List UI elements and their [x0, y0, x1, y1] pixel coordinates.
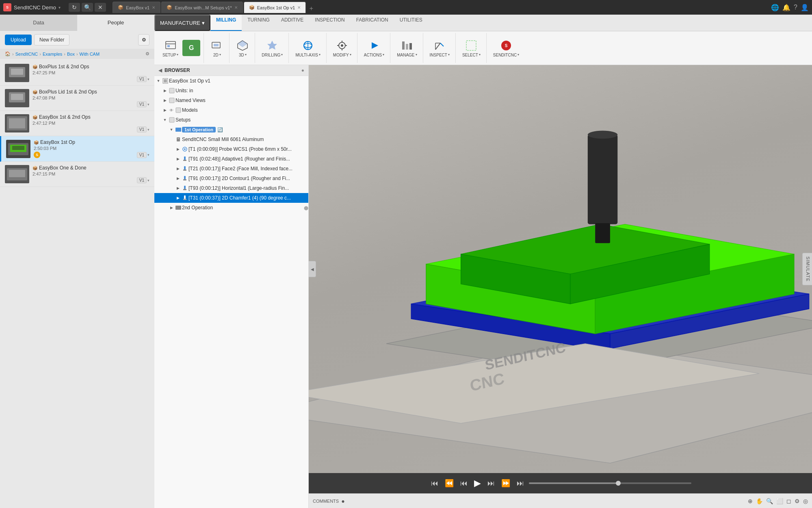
tab-close-2[interactable]: ✕ [234, 5, 238, 10]
inspect-button[interactable]: INSPECT ▾ [427, 37, 452, 59]
list-item[interactable]: 📦 BoxPlus 1st & 2nd Ops 2:47:25 PM V1 ▾ [0, 61, 154, 86]
manufacture-button[interactable]: MANUFACTURE ▾ [154, 15, 210, 31]
tree-tool5[interactable]: ▶ [T93 (0:00:12)] Horizontal1 (Large-rad… [154, 183, 308, 193]
playback-slider[interactable] [529, 482, 691, 484]
list-item[interactable]: 📦 EasyBox 1st & 2nd Ops 2:47:12 PM V1 ▾ [0, 111, 154, 136]
add-tab-button[interactable]: + [307, 4, 316, 13]
orbit-icon[interactable]: ⊕ [748, 498, 753, 504]
playback-thumb[interactable] [616, 481, 621, 486]
expand-icon[interactable]: ▶ [162, 98, 168, 102]
modify-button[interactable]: MODIFY ▾ [331, 37, 354, 59]
expand-icon[interactable]: ▶ [175, 196, 181, 200]
expand-icon[interactable]: ▼ [162, 118, 168, 122]
ribbon-tab-additive[interactable]: ADDITIVE [275, 15, 309, 31]
list-item[interactable]: 📦 EasyBox 1st Op 2:50:03 PM S V1 ▾ [0, 136, 154, 162]
globe-icon[interactable]: 🌐 [771, 4, 779, 11]
close-button[interactable]: ✕ [95, 3, 106, 12]
expand-icon[interactable]: ▼ [155, 79, 162, 83]
notifications-icon[interactable]: 🔔 [782, 4, 790, 11]
tree-op2[interactable]: ▶ 2nd Operation ⬤ [154, 203, 308, 213]
setup-button[interactable]: SETUP ▾ [160, 37, 181, 59]
version-arrow[interactable]: ▾ [147, 178, 149, 182]
expand-icon[interactable]: ▶ [175, 167, 181, 171]
g-button[interactable]: G [182, 40, 200, 56]
search-button[interactable]: 🔍 [82, 3, 93, 12]
tree-models[interactable]: ▶ 👁 Models [154, 105, 308, 115]
refresh-button[interactable]: ↻ [69, 3, 80, 12]
breadcrumb-examples[interactable]: Examples [43, 52, 62, 56]
browser-collapse-button[interactable]: ◀ [158, 67, 162, 73]
playback-play[interactable]: ▶ [472, 476, 483, 490]
eye-icon[interactable]: 👁 [168, 108, 175, 113]
playback-forward[interactable]: ⏭ [486, 478, 496, 489]
collapse-viewport-button[interactable]: ◀ [309, 261, 316, 277]
playback-skip-start[interactable]: ⏮ [429, 478, 440, 489]
expand-icon[interactable]: ▶ [175, 157, 181, 161]
senditcnc-button[interactable]: S SENDITCNC ▾ [491, 37, 522, 59]
drilling-button[interactable]: DRILLING ▾ [259, 37, 285, 59]
version-arrow[interactable]: ▾ [147, 102, 149, 106]
ribbon-tab-turning[interactable]: TURNING [242, 15, 275, 31]
manage-button[interactable]: MANAGE ▾ [394, 37, 419, 59]
tab-easybox-v1[interactable]: 📦 EasyBox v1 ✕ [113, 2, 160, 13]
breadcrumb-settings-icon[interactable]: ⚙ [145, 51, 149, 56]
display-icon[interactable]: ◻ [786, 498, 791, 504]
2d-button[interactable]: 2D ▾ [208, 37, 226, 59]
tab-close-1[interactable]: ✕ [152, 5, 155, 10]
expand-icon[interactable]: ▶ [168, 206, 175, 210]
multiaxis-button[interactable]: MULTI-AXIS ▾ [293, 37, 323, 59]
tree-tool2[interactable]: ▶ [T91 (0:02:48)] Adaptive1 (Rougher and… [154, 154, 308, 164]
expand-icon[interactable]: ▶ [162, 89, 168, 93]
version-arrow[interactable]: ▾ [147, 77, 149, 81]
expand-icon[interactable]: ▶ [162, 108, 168, 112]
tree-tool1[interactable]: ▶ [T1 (0:00:09)] Probe WCS1 (Probe 6mm x… [154, 144, 308, 154]
tree-tool4[interactable]: ▶ [T91 (0:00:17)] 2D Contour1 (Rougher a… [154, 174, 308, 183]
tree-setups[interactable]: ▼ Setups [154, 115, 308, 125]
tree-mill[interactable]: SendItCNC Small Mill 6061 Aluminum [154, 135, 308, 144]
3d-button[interactable]: 3D ▾ [234, 37, 251, 59]
expand-icon[interactable]: ▼ [168, 128, 175, 132]
app-dropdown-arrow[interactable]: ▾ [58, 5, 61, 10]
breadcrumb-withcam[interactable]: With CAM [80, 52, 100, 56]
list-item[interactable]: 📦 BoxPlus Lid 1st & 2nd Ops 2:47:08 PM V… [0, 86, 154, 111]
view-cube-icon[interactable]: ⬜ [776, 498, 783, 504]
ribbon-tab-fabrication[interactable]: FABRICATION [351, 15, 394, 31]
breadcrumb-senditcnc[interactable]: SendItCNC [15, 52, 38, 56]
playback-rewind[interactable]: ⏮ [459, 478, 469, 489]
upload-button[interactable]: Upload [5, 35, 32, 45]
simulate-button[interactable]: SIMULATE [802, 253, 812, 285]
expand-icon[interactable]: ▶ [175, 176, 181, 180]
tab-data[interactable]: Data [0, 15, 77, 31]
tree-root[interactable]: ▼ EasyBox 1st Op v1 [154, 76, 308, 86]
settings-icon2[interactable]: ⚙ [795, 498, 800, 504]
playback-skip-end[interactable]: ⏭ [515, 478, 526, 489]
tab-easybox-1stop[interactable]: 📦 EasyBox 1st Op v1 ✕ [244, 2, 306, 13]
ribbon-tab-inspection[interactable]: INSPECTION [309, 15, 350, 31]
tree-tool3[interactable]: ▶ [T21 (0:00:17)] Face2 (Face Mill, Inde… [154, 164, 308, 174]
new-folder-button[interactable]: New Folder [34, 34, 69, 46]
version-arrow[interactable]: ▾ [147, 128, 149, 132]
tab-close-3[interactable]: ✕ [297, 5, 301, 10]
settings-button[interactable]: ⚙ [138, 34, 149, 46]
compass-icon[interactable]: ◎ [803, 498, 808, 504]
select-button[interactable]: SELECT ▾ [460, 37, 483, 59]
tree-op1[interactable]: ▼ 1st Operation 🔄 [154, 125, 308, 135]
breadcrumb-home[interactable]: 🏠 [5, 51, 11, 56]
actions-button[interactable]: ACTIONS ▾ [362, 37, 387, 59]
list-item[interactable]: 📦 EasyBox One & Done 2:47:15 PM V1 ▾ [0, 162, 154, 187]
zoom-icon[interactable]: 🔍 [766, 498, 773, 504]
breadcrumb-box[interactable]: Box [67, 52, 75, 56]
tab-easybox-setups[interactable]: 📦 EasyBox with...M Setups v1* ✕ [161, 2, 243, 13]
help-icon[interactable]: ? [794, 4, 797, 11]
tree-units[interactable]: ▶ Units: in [154, 86, 308, 96]
expand-icon[interactable]: ▶ [175, 147, 181, 151]
ribbon-tab-milling[interactable]: MILLING [210, 15, 242, 31]
expand-icon[interactable]: ▶ [175, 186, 181, 190]
tree-tool6[interactable]: ▶ [T31 (0:00:37)] 2D Chamfer1 (4) (90 de… [154, 193, 308, 203]
playback-forward-fast[interactable]: ⏩ [500, 477, 512, 489]
tree-namedviews[interactable]: ▶ Named Views [154, 96, 308, 105]
user-icon[interactable]: 👤 [801, 4, 809, 11]
playback-rewind-fast[interactable]: ⏪ [443, 477, 455, 489]
ribbon-tab-utilities[interactable]: UTILITIES [394, 15, 428, 31]
pan-icon[interactable]: ✋ [756, 498, 763, 504]
